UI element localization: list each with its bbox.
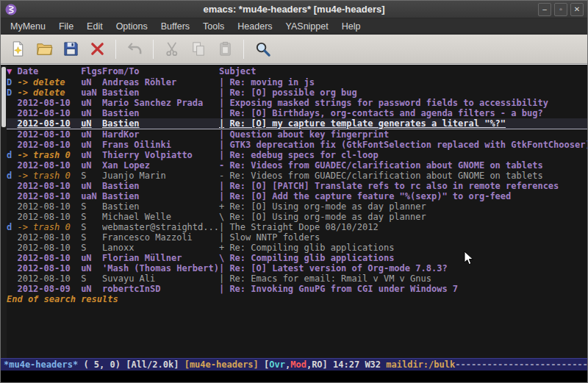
flags-cell: uN (81, 160, 102, 171)
cut-icon (164, 40, 181, 57)
message-row[interactable]: 2012-08-10uNBastien|Re: [O] Birthdays, o… (7, 108, 587, 118)
modeline-query-range: [All/2.0k] (126, 359, 184, 371)
flags-cell: uN (81, 140, 102, 150)
message-row[interactable]: 2012-08-10SMichael Welle\Re: [O] Using o… (7, 212, 587, 222)
message-row[interactable]: 2012-08-10SBastien+Re: [O] Using org-mod… (7, 201, 587, 212)
scrollbar-thumb[interactable] (1, 67, 6, 127)
from-cell: webmaster@straightd... (102, 222, 219, 232)
modeline-filler: ----------------------------------------… (455, 359, 587, 371)
flags-cell: uN (81, 181, 102, 191)
message-row[interactable]: 2012-08-10uNFrans Oilinki|GTK3 deprecati… (7, 140, 587, 150)
message-row[interactable]: 2012-08-10uaNBastien|Re: [O] Add the cap… (7, 191, 587, 201)
mark-char: d (7, 222, 17, 232)
subject-cell: Re: [O] Using org-mode as day planner (229, 212, 587, 222)
from-cell: Francesco Mazzoli (102, 232, 219, 243)
message-row[interactable]: d-> trash 0uNThierry Volpiatto|Re: edebu… (7, 150, 587, 160)
menu-item-mymenu[interactable]: MyMenu (4, 18, 52, 35)
message-row[interactable]: 2012-08-10SLanoxx+Re: Compiling glib app… (7, 243, 587, 253)
flags-cell: uN (81, 118, 102, 129)
modeline-major-mode: [mu4e-headers] (184, 359, 259, 371)
mark-char: d (7, 171, 17, 181)
thread-separator: | (219, 77, 229, 87)
subject-cell: Re: Invoking GnuPG from CGI under Window… (229, 284, 587, 294)
mark-char (7, 232, 17, 243)
message-row[interactable]: 2012-08-10SFrancesco Mazzoli|Slow NNTP f… (7, 232, 587, 243)
subject-cell: Re: [O] [PATCH] Translate refs to rc als… (229, 181, 587, 191)
modeline: *mu4e-headers* ( 5, 0) [All/2.0k] [mu4e-… (1, 358, 587, 371)
column-subject: Subject (219, 66, 587, 77)
from-cell: Bastien (102, 118, 219, 129)
paste-button[interactable] (214, 38, 236, 60)
date-cell: -> trash 0 (17, 222, 81, 232)
thread-separator: | (219, 273, 229, 284)
thread-separator: + (219, 243, 229, 253)
mark-char (7, 140, 17, 150)
message-row[interactable]: d-> trash 0SJuanjo Marin-Re: Videos from… (7, 171, 587, 181)
from-cell: Bastien (102, 87, 219, 98)
search-button[interactable] (251, 38, 273, 60)
message-row[interactable]: 2012-08-10uNBastien|Re: [O] [PATCH] Tran… (7, 181, 587, 191)
modeline-time: 14:27 (333, 359, 359, 371)
from-cell: Florian Müllner (102, 253, 219, 263)
message-row[interactable]: 2012-08-10uNMario Sanchez Prada|Exposing… (7, 98, 587, 108)
mark-char (7, 243, 17, 253)
thread-separator: - (219, 160, 229, 171)
save-button[interactable] (60, 38, 82, 60)
menu-item-buffers[interactable]: Buffers (154, 18, 196, 35)
message-row[interactable]: 2012-08-09uNrobertcInSD|Re: Invoking Gnu… (7, 284, 587, 294)
scrollbar[interactable] (1, 65, 7, 358)
subject-cell: Re: Compiling glib applications (229, 243, 587, 253)
message-row[interactable]: 2012-08-10uNHardKor|Question about key f… (7, 129, 587, 140)
from-cell: Mario Sanchez Prada (102, 98, 219, 108)
from-cell: robertcInSD (102, 284, 219, 294)
subject-cell: Re: [O] Using org-mode as day planner (229, 201, 587, 212)
menu-item-file[interactable]: File (52, 18, 80, 35)
menu-item-yasnippet[interactable]: YASnippet (279, 18, 335, 35)
message-row[interactable]: 2012-08-10SSuvayu Ali|Re: Emacs for emai… (7, 273, 587, 284)
toolbar (1, 35, 587, 64)
modeline-buffer-name: *mu4e-headers* (4, 359, 78, 371)
new-file-icon (10, 40, 26, 57)
menu-item-options[interactable]: Options (110, 18, 154, 35)
undo-button[interactable] (123, 38, 146, 60)
menu-item-edit[interactable]: Edit (80, 18, 110, 35)
menu-item-help[interactable]: Help (335, 18, 368, 35)
modeline-comma: , (285, 359, 290, 371)
flags-cell: uN (81, 253, 102, 263)
thread-separator: | (219, 118, 229, 129)
message-row[interactable]: D-> deleteuaNBastien|Re: [O] possible or… (7, 87, 587, 98)
toolbar-separator (115, 40, 116, 59)
open-file-button[interactable] (33, 38, 55, 60)
date-cell: 2012-08-10 (17, 191, 81, 201)
cut-button[interactable] (161, 38, 183, 60)
new-file-button[interactable] (7, 38, 29, 60)
mark-char (7, 108, 17, 118)
copy-button[interactable] (187, 38, 209, 60)
close-button[interactable]: ✕ (570, 3, 584, 16)
thread-separator: - (219, 171, 229, 181)
message-list: D-> deleteuNAndreas Röhler|Re: moving in… (7, 77, 587, 294)
echo-area (1, 371, 587, 382)
message-row[interactable]: 2012-08-10uNFlorian Müllner\Re: Compilin… (7, 253, 587, 263)
from-cell: 'Mash (Thomas Herbert) (102, 263, 219, 273)
maximize-button[interactable]: ▫ (554, 3, 567, 16)
message-row[interactable]: D-> deleteuNAndreas Röhler|Re: moving in… (7, 77, 587, 87)
close-buffer-button[interactable] (86, 38, 108, 60)
thread-separator: | (219, 108, 229, 118)
modeline-bracket: [ (259, 359, 269, 371)
minimize-button[interactable]: – (538, 3, 551, 16)
subject-cell: Re: moving in js (229, 77, 587, 87)
message-row[interactable]: d-> trash 0Swebmaster@straightd...|The S… (7, 222, 587, 232)
from-cell: Bastien (102, 201, 219, 212)
message-row[interactable]: 2012-08-10uN'Mash (Thomas Herbert)|Re: [… (7, 263, 587, 273)
subject-cell: Re: [O] Add the capture feature "%(sexp)… (229, 191, 587, 201)
menu-item-headers[interactable]: Headers (231, 18, 279, 35)
message-row[interactable]: 2012-08-10uNBastien|Re: [O] my capture t… (7, 118, 587, 129)
subject-cell: The Straight Dope 08/10/2012 (229, 222, 587, 232)
thread-separator: + (219, 201, 229, 212)
message-row[interactable]: 2012-08-10uNXan Lopez-Re: Videos from GU… (7, 160, 587, 171)
column-flags: Flgs (81, 66, 102, 77)
modeline-week: W32 (359, 359, 386, 371)
menu-item-tools[interactable]: Tools (196, 18, 231, 35)
flags-cell: uN (81, 77, 102, 87)
